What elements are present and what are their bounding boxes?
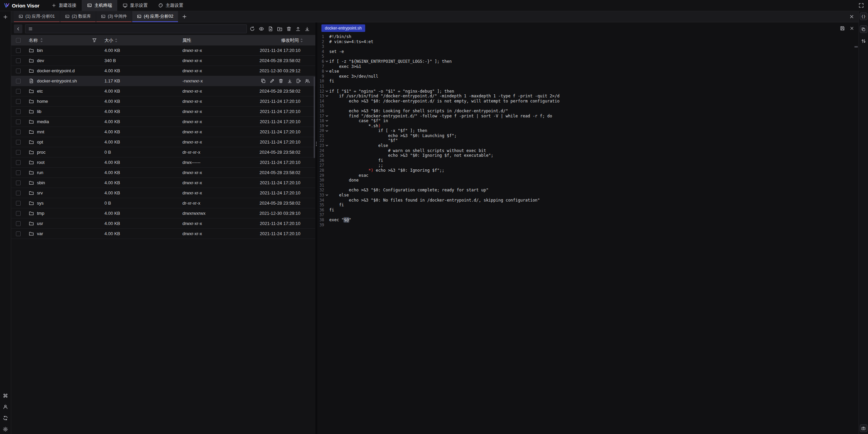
- file-row-mnt[interactable]: mnt4.00 KBdrwxr-xr-x2021-11-24 17:20:10: [11, 127, 315, 137]
- move-icon[interactable]: [296, 78, 301, 83]
- fold-chevron-down-icon[interactable]: [324, 60, 329, 63]
- row-checkbox[interactable]: [16, 48, 21, 53]
- file-row-run[interactable]: run4.00 KBdrwxr-xr-x2024-05-28 23:58:02: [11, 168, 315, 178]
- menu-host-terminal[interactable]: 主机终端: [82, 0, 117, 11]
- gear-icon[interactable]: [3, 427, 8, 432]
- file-row-media[interactable]: media4.00 KBdrwxr-xr-x2021-11-24 17:20:1…: [11, 117, 315, 127]
- preview-icon[interactable]: [259, 26, 264, 32]
- fold-chevron-down-icon[interactable]: [324, 90, 329, 93]
- path-menu-icon[interactable]: [28, 26, 33, 31]
- delete-icon[interactable]: [286, 26, 292, 32]
- fold-chevron-down-icon[interactable]: [324, 94, 329, 98]
- updown-icon[interactable]: [861, 38, 866, 44]
- row-checkbox[interactable]: [16, 58, 21, 63]
- copy-icon[interactable]: [261, 78, 266, 83]
- row-checkbox[interactable]: [16, 79, 21, 83]
- file-row-root[interactable]: root4.00 KBdrwx------2021-11-24 17:20:10: [11, 157, 315, 168]
- user-icon[interactable]: [3, 404, 8, 410]
- file-row-srv[interactable]: srv4.00 KBdrwxr-xr-x2021-11-24 17:20:10: [11, 188, 315, 198]
- plus-icon[interactable]: [3, 14, 8, 20]
- new-file-icon[interactable]: [268, 26, 273, 32]
- row-checkbox[interactable]: [16, 89, 21, 94]
- add-tab-button[interactable]: [179, 11, 190, 22]
- delete-icon[interactable]: [278, 78, 283, 83]
- save-icon[interactable]: [840, 26, 845, 31]
- filter-icon[interactable]: [92, 38, 97, 43]
- row-checkbox[interactable]: [16, 109, 21, 114]
- file-row-sbin[interactable]: sbin4.00 KBdrwxr-xr-x2021-11-24 17:20:10: [11, 178, 315, 188]
- terminal-tab-4[interactable]: (4) 应用-分析02: [132, 11, 178, 22]
- sort-caret-icon[interactable]: [115, 38, 118, 43]
- sort-caret-icon[interactable]: [39, 38, 44, 43]
- fullscreen-icon[interactable]: [859, 3, 864, 8]
- file-row-sys[interactable]: sys0 Bdr-xr-xr-x2024-05-28 23:58:02: [11, 198, 315, 208]
- file-row-dev[interactable]: dev340 Bdrwxr-xr-x2024-05-28 23:58:02: [11, 56, 315, 66]
- column-name-header[interactable]: 名称: [29, 37, 44, 43]
- fold-chevron-down-icon[interactable]: [324, 129, 329, 133]
- row-checkbox[interactable]: [16, 160, 21, 165]
- row-checkbox[interactable]: [16, 231, 21, 236]
- file-row-bin[interactable]: bin4.00 KBdrwxr-xr-x2021-11-24 17:20:10: [11, 45, 315, 56]
- row-checkbox[interactable]: [16, 181, 21, 185]
- fold-chevron-down-icon[interactable]: [324, 119, 329, 122]
- code-editor-area[interactable]: 1#!/bin/sh2# vim:sw=4:ts=4:et34set -e56i…: [317, 34, 859, 434]
- fold-chevron-down-icon[interactable]: [324, 70, 329, 73]
- close-editor-icon[interactable]: [849, 26, 854, 31]
- row-checkbox[interactable]: [16, 69, 21, 73]
- row-checkbox[interactable]: [16, 201, 21, 206]
- file-row-home[interactable]: home4.00 KBdrwxr-xr-x2021-11-24 17:20:10: [11, 96, 315, 107]
- row-checkbox[interactable]: [16, 221, 21, 226]
- upload-icon[interactable]: [295, 26, 301, 32]
- sync-icon[interactable]: [3, 415, 8, 421]
- scrollbar-thumb[interactable]: [314, 77, 315, 158]
- fold-chevron-down-icon[interactable]: [324, 144, 329, 147]
- download-icon[interactable]: [304, 26, 310, 32]
- terminal-tab-2[interactable]: (2) 数据库: [60, 11, 96, 22]
- file-row-usr[interactable]: usr4.00 KBdrwxr-xr-x2021-11-24 17:20:10: [11, 219, 315, 229]
- camera-icon[interactable]: [860, 424, 867, 432]
- row-checkbox[interactable]: [16, 130, 21, 134]
- new-folder-icon[interactable]: [277, 26, 282, 32]
- row-checkbox[interactable]: [16, 211, 21, 216]
- sort-caret-icon[interactable]: [300, 38, 303, 43]
- terminal-tab-1[interactable]: (1) 应用-分析01: [14, 11, 60, 22]
- menu-display-settings[interactable]: 显示设置: [117, 0, 153, 11]
- file-row-tmp[interactable]: tmp4.00 KBdrwxrwxrwx2021-12-30 03:29:10: [11, 208, 315, 219]
- menu-theme-settings[interactable]: 主题设置: [153, 0, 189, 11]
- path-input[interactable]: [36, 26, 244, 31]
- terminal-tab-3[interactable]: (3) 中间件: [96, 11, 132, 22]
- files-icon[interactable]: [860, 25, 867, 33]
- row-checkbox[interactable]: [16, 150, 21, 155]
- fold-chevron-down-icon[interactable]: [324, 114, 329, 118]
- editor-file-tab[interactable]: docker-entrypoint.sh: [321, 24, 365, 32]
- braces-icon[interactable]: {}: [860, 13, 867, 20]
- row-checkbox[interactable]: [16, 99, 21, 104]
- fold-chevron-down-icon[interactable]: [324, 193, 329, 197]
- fold-chevron-down-icon[interactable]: [324, 124, 329, 128]
- file-row-etc[interactable]: etc4.00 KBdrwxr-xr-x2024-05-28 23:58:02: [11, 86, 315, 96]
- column-size-header[interactable]: 大小: [104, 37, 118, 43]
- minimap-slider[interactable]: [854, 46, 858, 48]
- file-row-opt[interactable]: opt4.00 KBdrwxr-xr-x2021-11-24 17:20:10: [11, 137, 315, 147]
- menu-new-connection[interactable]: 新建连接: [46, 0, 82, 11]
- close-all-tabs-button[interactable]: [849, 11, 859, 22]
- download-icon[interactable]: [287, 78, 292, 83]
- row-checkbox[interactable]: [16, 191, 21, 195]
- edit-icon[interactable]: [270, 78, 275, 83]
- file-attr: drwxr-xr-x: [180, 119, 258, 124]
- back-button[interactable]: [14, 24, 22, 33]
- file-row-docker-entrypoint.sh[interactable]: docker-entrypoint.sh1.17 KB-rwxrwxr-x: [11, 76, 315, 86]
- row-checkbox[interactable]: [16, 170, 21, 175]
- permission-icon[interactable]: [305, 78, 310, 83]
- select-all-checkbox[interactable]: [16, 38, 21, 43]
- file-row-docker-entrypoint.d[interactable]: docker-entrypoint.d4.00 KBdrwxr-xr-x2021…: [11, 66, 315, 76]
- file-row-proc[interactable]: proc0 Bdr-xr-xr-x2024-05-28 23:58:02: [11, 147, 315, 157]
- file-row-var[interactable]: var4.00 KBdrwxr-xr-x2021-11-24 17:20:10: [11, 229, 315, 239]
- command-icon[interactable]: [3, 393, 8, 398]
- refresh-icon[interactable]: [250, 26, 255, 32]
- terminal-icon: [101, 14, 105, 19]
- row-checkbox[interactable]: [16, 140, 21, 145]
- row-checkbox[interactable]: [16, 119, 21, 124]
- column-mtime-header[interactable]: 修改时间: [281, 37, 303, 43]
- file-row-lib[interactable]: lib4.00 KBdrwxr-xr-x2021-11-24 17:20:10: [11, 107, 315, 117]
